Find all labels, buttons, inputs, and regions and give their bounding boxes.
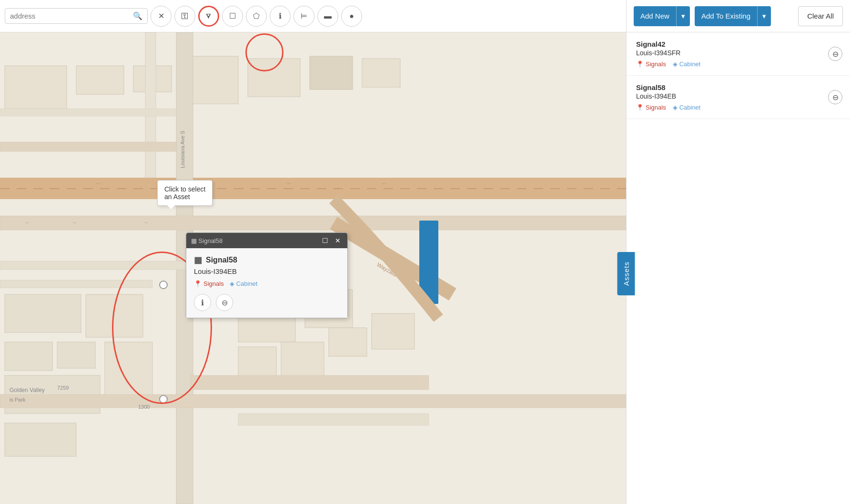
asset-cabinet-tag: ◈ Cabinet: [673, 60, 701, 68]
info-circle-icon: ℹ: [201, 298, 204, 307]
svg-text:1300: 1300: [138, 404, 150, 410]
popup-action-buttons: ℹ ⊖: [194, 294, 340, 311]
popup-close-button[interactable]: ✕: [333, 236, 343, 245]
right-toolbar: Add New ▾ Add To Existing ▾ Clear All: [626, 0, 850, 32]
info-icon: ℹ: [279, 11, 282, 20]
close-tool-button[interactable]: ✕: [151, 6, 172, 27]
svg-text:→: →: [143, 219, 149, 226]
assets-panel: Signal42 Louis-I394SFR 📍 Signals ◈ Cabin…: [626, 32, 850, 504]
svg-rect-36: [0, 394, 626, 408]
popup-asset-name: ▦ Signal58: [194, 255, 340, 265]
svg-text:→: →: [24, 219, 30, 226]
svg-rect-30: [5, 342, 52, 371]
svg-rect-21: [0, 142, 176, 151]
popup-header-title: ▦ Signal58: [191, 237, 223, 244]
add-new-button[interactable]: Add New ▾: [634, 6, 690, 26]
svg-rect-52: [191, 375, 429, 390]
svg-text:7259: 7259: [57, 385, 69, 391]
svg-text:→: →: [238, 184, 245, 192]
popup-body: ▦ Signal58 Louis-I394EB 📍 Signals ◈ Cabi…: [186, 248, 347, 318]
add-existing-dropdown-arrow[interactable]: ▾: [758, 6, 771, 26]
svg-text:Golden Valley: Golden Valley: [10, 387, 45, 393]
more-icon: ●: [349, 12, 354, 20]
popup-header-buttons: ☐ ✕: [320, 236, 343, 245]
asset-id: Louis-I394SFR: [636, 49, 840, 57]
info-tool-button[interactable]: ℹ: [270, 6, 291, 27]
svg-rect-31: [57, 342, 95, 368]
pentagon-icon: ⬠: [253, 11, 260, 20]
popup-cabinet-tag: ◈ Cabinet: [230, 280, 258, 287]
popup-minimize-button[interactable]: ☐: [320, 236, 330, 245]
svg-rect-53: [238, 413, 429, 425]
asset-tags-2: 📍 Signals ◈ Cabinet: [636, 104, 840, 111]
asset-name: Signal42: [636, 40, 840, 48]
signal-pin-icon: 📍: [194, 280, 202, 287]
svg-rect-51: [372, 313, 415, 349]
asset-name-2: Signal58: [636, 83, 840, 91]
svg-rect-6: [310, 56, 353, 90]
svg-rect-2: [76, 66, 124, 94]
asset-signals-tag: 📍 Signals: [636, 60, 666, 68]
search-button[interactable]: 🔍: [133, 11, 142, 20]
svg-text:←: ←: [286, 180, 293, 187]
cabinet-diamond-icon-1: ◈: [673, 60, 678, 68]
pentagon-tool-button[interactable]: ⬠: [246, 6, 267, 27]
svg-rect-8: [0, 178, 626, 199]
popup-header: ▦ Signal58 ☐ ✕: [186, 233, 347, 248]
svg-rect-37: [0, 261, 191, 270]
key-icon: ⚿: [181, 12, 189, 20]
rect-icon: ▬: [324, 12, 332, 20]
asset-tooltip[interactable]: Click to selectan Asset: [157, 180, 212, 206]
popup-asset-id: Louis-I394EB: [194, 267, 340, 275]
popup-remove-button[interactable]: ⊖: [216, 294, 233, 311]
cabinet-diamond-icon-2: ◈: [673, 104, 678, 111]
svg-text:←: ←: [95, 180, 102, 187]
popup-info-button[interactable]: ℹ: [194, 294, 211, 311]
add-existing-label: Add To Existing: [695, 6, 758, 26]
add-to-existing-button[interactable]: Add To Existing ▾: [695, 6, 771, 26]
search-box: 🔍: [5, 8, 148, 24]
tooltip-text: Click to selectan Asset: [164, 185, 205, 201]
svg-text:Louisiana Ave S: Louisiana Ave S: [180, 131, 185, 168]
clear-all-button[interactable]: Clear All: [798, 6, 843, 26]
rect-tool-button[interactable]: ▬: [317, 6, 338, 27]
svg-rect-38: [0, 280, 152, 288]
ruler-tool-button[interactable]: ⊨: [293, 6, 314, 27]
svg-rect-49: [281, 342, 324, 380]
svg-rect-50: [329, 328, 367, 356]
key-tool-button[interactable]: ⚿: [174, 6, 195, 27]
svg-rect-34: [86, 294, 143, 337]
svg-rect-5: [248, 59, 300, 97]
map-area[interactable]: → → → → ← ← ← ← Louisiana Ave S → → → Wa…: [0, 32, 626, 504]
add-new-dropdown-arrow[interactable]: ▾: [677, 6, 690, 26]
svg-text:→: →: [48, 184, 54, 192]
assets-tab[interactable]: Assets: [617, 252, 635, 295]
asset-item[interactable]: Signal42 Louis-I394SFR 📍 Signals ◈ Cabin…: [627, 32, 850, 76]
popup-signals-tag: 📍 Signals: [194, 280, 224, 287]
asset-item[interactable]: Signal58 Louis-I394EB 📍 Signals ◈ Cabine…: [627, 76, 850, 119]
svg-rect-22: [0, 109, 176, 116]
asset-remove-button-2[interactable]: ⊖: [828, 90, 842, 104]
network-icon: ⛛: [205, 12, 212, 20]
signal-popup: ▦ Signal58 ☐ ✕ ▦ Signal58 Louis-I394EB 📍…: [186, 232, 348, 318]
network-tool-button[interactable]: ⛛: [198, 6, 219, 27]
svg-rect-48: [238, 347, 276, 380]
asset-cabinet-tag-2: ◈ Cabinet: [673, 104, 701, 111]
close-icon: ✕: [158, 11, 164, 20]
svg-text:is Park: is Park: [10, 397, 26, 403]
signals-pin-icon-2: 📍: [636, 104, 644, 111]
svg-rect-1: [5, 66, 67, 109]
more-tool-button[interactable]: ●: [341, 6, 362, 27]
svg-rect-7: [362, 59, 400, 87]
popup-tags: 📍 Signals ◈ Cabinet: [194, 280, 340, 287]
svg-text:→: →: [119, 184, 126, 192]
square-tool-button[interactable]: ☐: [222, 6, 243, 27]
svg-text:→: →: [334, 184, 340, 192]
asset-remove-button-1[interactable]: ⊖: [828, 47, 842, 61]
search-input[interactable]: [10, 12, 133, 20]
svg-point-43: [160, 281, 167, 289]
ruler-icon: ⊨: [301, 11, 307, 20]
asset-tags: 📍 Signals ◈ Cabinet: [636, 60, 840, 68]
svg-point-44: [160, 395, 167, 403]
svg-rect-20: [145, 32, 156, 178]
